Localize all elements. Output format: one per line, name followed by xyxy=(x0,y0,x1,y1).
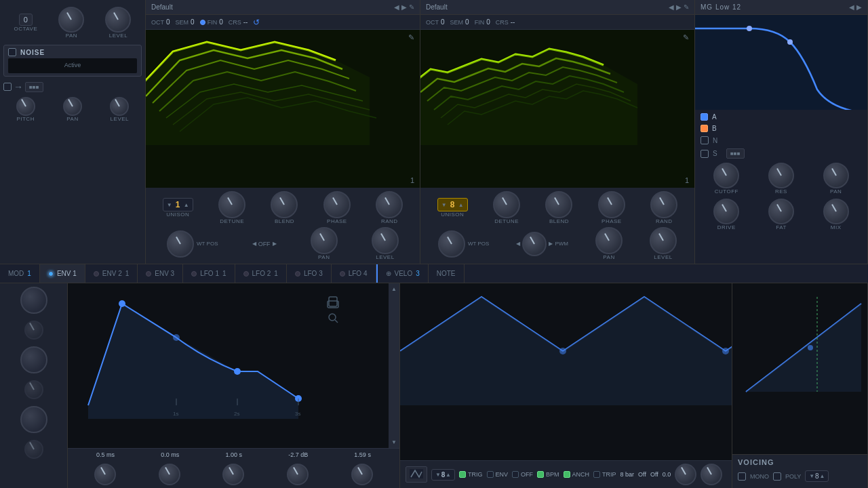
tab-velo[interactable]: ⊕ VELO 3 xyxy=(376,264,429,283)
voicing-num-up[interactable]: ▲ xyxy=(819,473,825,479)
mod-knob1-small[interactable] xyxy=(24,321,43,340)
osc2-pwm-knob[interactable] xyxy=(522,232,547,256)
lfo-trig-btn[interactable]: TRIG xyxy=(459,471,483,478)
env1-k1[interactable] xyxy=(94,464,116,485)
osc2-pan-knob[interactable] xyxy=(595,227,623,254)
lfo-anch-btn[interactable]: ANCH xyxy=(564,471,590,478)
osc2-arrow-right[interactable]: ▶ xyxy=(676,3,682,11)
tab-env3[interactable]: ENV 3 xyxy=(138,264,183,283)
osc2-pwm-left[interactable]: ◀ xyxy=(516,241,520,247)
tab-env1[interactable]: ENV 1 xyxy=(40,264,85,283)
level-knob[interactable] xyxy=(105,7,131,33)
osc2-rand-knob[interactable] xyxy=(650,191,677,218)
osc1-unison-up[interactable]: ▲ xyxy=(184,202,189,208)
osc2-unison-down[interactable]: ▼ xyxy=(441,202,447,208)
osc2-edit-icon[interactable]: ✎ xyxy=(683,33,689,42)
noise-checkbox[interactable] xyxy=(8,48,16,56)
osc2-detune-knob[interactable] xyxy=(493,191,520,218)
lfo-off-btn[interactable]: OFF xyxy=(512,471,533,478)
filter-pan-knob[interactable] xyxy=(823,163,849,188)
filter-res-knob[interactable] xyxy=(768,163,794,188)
osc2-level-knob[interactable] xyxy=(650,227,677,254)
lfo-trip-checkbox[interactable] xyxy=(593,471,600,478)
filter-arrow-right[interactable]: ▶ xyxy=(856,3,862,11)
mod-knob1[interactable] xyxy=(20,287,47,314)
osc1-rand-knob[interactable] xyxy=(376,191,403,218)
mod-knob3[interactable] xyxy=(20,406,47,433)
filter-a-checkbox[interactable] xyxy=(701,113,708,121)
lfo-num-up[interactable]: ▲ xyxy=(446,472,451,478)
osc1-blend-knob[interactable] xyxy=(271,191,298,218)
osc1-unison-down[interactable]: ▼ xyxy=(167,202,172,208)
osc1-arrow-left[interactable]: ◀ xyxy=(394,3,399,11)
env1-k3[interactable] xyxy=(222,464,244,485)
lfo-trig-checkbox[interactable] xyxy=(459,471,466,478)
tab-lfo4[interactable]: LFO 4 xyxy=(332,264,376,283)
osc2-blend-knob[interactable] xyxy=(545,191,572,218)
osc1-off-right[interactable]: ▶ xyxy=(273,241,277,247)
osc1-phase-knob[interactable] xyxy=(323,191,351,218)
env1-k5[interactable] xyxy=(351,464,373,485)
lfo-knob1[interactable] xyxy=(675,464,696,485)
filter-drive-knob[interactable] xyxy=(713,199,739,224)
lfo-num-down[interactable]: ▼ xyxy=(435,472,441,478)
lfo-off-checkbox[interactable] xyxy=(512,471,519,478)
osc1-arrow-right[interactable]: ▶ xyxy=(401,3,407,11)
osc2-phase-knob[interactable] xyxy=(598,191,625,218)
filter-n-checkbox[interactable] xyxy=(701,136,709,144)
lfo-bpm-checkbox[interactable] xyxy=(537,471,544,478)
voicing-mono-checkbox[interactable] xyxy=(738,472,746,481)
osc1-pan-knob[interactable] xyxy=(311,227,338,254)
mod-knob2[interactable] xyxy=(20,346,47,373)
mod-knob3-small[interactable] xyxy=(24,440,43,459)
lfo-knob2[interactable] xyxy=(701,464,722,485)
tab-env2[interactable]: ENV 2 1 xyxy=(85,264,138,283)
osc1-reset[interactable]: ↺ xyxy=(253,18,260,27)
pan-knob[interactable] xyxy=(58,7,84,33)
osc1-edit-icon[interactable]: ✎ xyxy=(408,33,414,42)
env1-scroll[interactable]: ▲ ▼ xyxy=(389,283,399,448)
tab-lfo1[interactable]: LFO 1 1 xyxy=(183,264,235,283)
lfo-env-btn[interactable]: ENV xyxy=(487,471,509,478)
tab-lfo3[interactable]: LFO 3 xyxy=(287,264,332,283)
tab-note[interactable]: NOTE xyxy=(429,264,465,283)
osc1-menu[interactable]: ✎ xyxy=(409,3,414,11)
env1-scroll-down[interactable]: ▼ xyxy=(391,439,397,445)
filter-mix-knob[interactable] xyxy=(823,199,849,224)
filter-s-checkbox[interactable] xyxy=(701,150,709,158)
filter-b-checkbox[interactable] xyxy=(701,125,708,132)
octave-control[interactable]: 0 OCTAVE xyxy=(14,14,38,32)
mod-knob2-small[interactable] xyxy=(24,380,43,399)
env1-scroll-up[interactable]: ▲ xyxy=(391,286,397,292)
osc1-detune-knob[interactable] xyxy=(218,191,245,218)
osc1-level-knob[interactable] xyxy=(372,227,399,254)
voicing-num-down[interactable]: ▼ xyxy=(809,473,814,479)
filter-bars-icon[interactable]: ■■■ xyxy=(726,148,745,159)
osc1-reset-icon[interactable]: ↺ xyxy=(253,18,260,27)
lfo-env-checkbox[interactable] xyxy=(487,471,494,478)
filter-arrow-left[interactable]: ◀ xyxy=(849,3,854,11)
osc2-wtpos-knob[interactable] xyxy=(438,230,465,258)
filter-cutoff-knob[interactable] xyxy=(713,163,739,188)
lfo-wave-icon[interactable] xyxy=(406,466,427,483)
tab-mod[interactable]: MOD 1 xyxy=(0,264,40,283)
arrow-checkbox[interactable] xyxy=(3,83,12,91)
env1-k2[interactable] xyxy=(159,464,180,485)
octave-value[interactable]: 0 xyxy=(19,14,33,26)
osc2-arrow-left[interactable]: ◀ xyxy=(669,3,674,11)
pitch-knob[interactable] xyxy=(16,97,35,116)
filter-fat-knob[interactable] xyxy=(768,199,794,224)
phase-rand-btn[interactable]: ■■■ xyxy=(25,82,43,92)
osc2-menu[interactable]: ✎ xyxy=(684,3,689,11)
voicing-poly-checkbox[interactable] xyxy=(773,472,781,481)
lfo-anch-checkbox[interactable] xyxy=(564,471,570,478)
osc1-off-left[interactable]: ◀ xyxy=(252,241,256,247)
osc1-wtpos-knob[interactable] xyxy=(167,230,194,258)
level2-knob[interactable] xyxy=(110,97,129,116)
lfo-bpm-btn[interactable]: BPM xyxy=(537,471,559,478)
pan2-knob[interactable] xyxy=(63,97,82,116)
osc2-unison-up[interactable]: ▲ xyxy=(458,202,464,208)
osc2-pwm-right[interactable]: ▶ xyxy=(549,241,553,247)
lfo-trip-btn[interactable]: TRIP xyxy=(593,471,616,478)
tab-lfo2[interactable]: LFO 2 1 xyxy=(235,264,287,283)
